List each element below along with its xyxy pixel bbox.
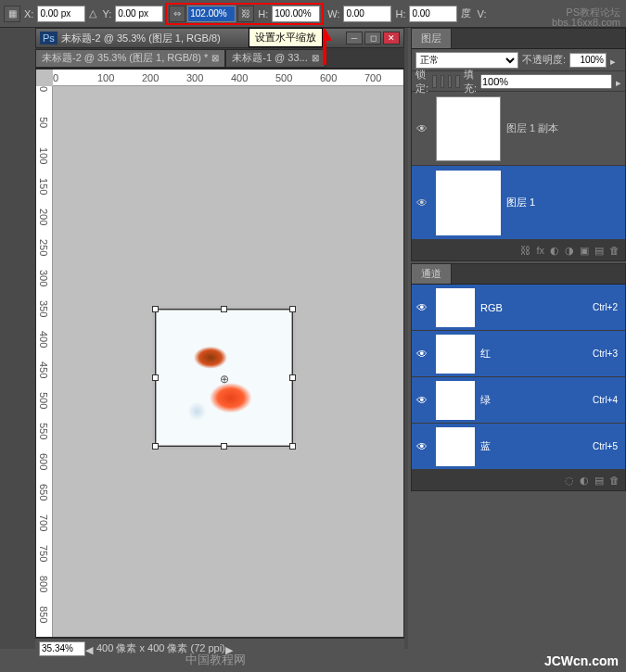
transform-ref-icon[interactable]: ▦	[4, 6, 20, 22]
channels-panel: 通道 👁RGBCtrl+2👁红Ctrl+3👁绿Ctrl+4👁蓝Ctrl+5 ◌ …	[411, 263, 626, 491]
handle-tr[interactable]	[289, 306, 296, 312]
channel-row[interactable]: 👁RGBCtrl+2	[412, 285, 625, 331]
document-titlebar[interactable]: Ps 未标题-2 @ 35.3% (图层 1, RGB/8) ─ ◻ ✕	[35, 28, 404, 48]
document-tabs: 未标题-2 @ 35.3% (图层 1, RGB/8) * ⊠ 未标题-1 @ …	[35, 48, 404, 69]
transform-box[interactable]: ⊕	[155, 309, 293, 447]
layers-footer: ⛓ fx ◐ ◑ ▣ ▤ 🗑	[412, 240, 625, 260]
link-icon[interactable]: ⇔	[169, 6, 185, 22]
visibility-icon[interactable]: 👁	[414, 301, 430, 314]
handle-bl[interactable]	[152, 443, 159, 450]
channels-footer: ◌ ◐ ▤ 🗑	[412, 470, 625, 490]
ruler-vertical[interactable]: 0501001502002503003504004505005506006507…	[36, 86, 53, 637]
layer-row[interactable]: 👁图层 1	[412, 166, 625, 240]
options-bar: ▦ X: △ Y: ⇔ ⛓ H: W: H: 度 V:	[0, 0, 626, 28]
fill-input[interactable]	[480, 74, 612, 89]
layer-name[interactable]: 图层 1	[506, 196, 535, 209]
layer-name[interactable]: 图层 1 副本	[506, 121, 558, 135]
panels: 图层 正常 不透明度: ▸ 锁定: 填充: ▸ 👁图层 1 副本👁图层 1 ⛓ …	[411, 28, 626, 649]
chevron-right-icon[interactable]: ▸	[610, 56, 621, 65]
doc-tab-1[interactable]: 未标题-2 @ 35.3% (图层 1, RGB/8) * ⊠	[35, 49, 225, 68]
save-sel-icon[interactable]: ◐	[580, 475, 589, 487]
channel-thumb[interactable]	[436, 427, 475, 466]
channel-name: 绿	[480, 393, 593, 407]
folder-icon[interactable]: ▣	[580, 245, 589, 257]
layer-thumb[interactable]	[436, 96, 501, 161]
adjust-icon[interactable]: ◑	[565, 245, 574, 257]
y-label: Y:	[102, 8, 111, 19]
lock-paint-icon[interactable]	[441, 75, 444, 88]
channel-name: 红	[480, 347, 593, 361]
canvas-area[interactable]: 0100200300400500600700 05010015020025030…	[35, 69, 404, 638]
channel-row[interactable]: 👁红Ctrl+3	[412, 331, 625, 377]
x-input[interactable]	[37, 6, 85, 22]
close-icon[interactable]: ⊠	[211, 53, 219, 63]
w2-input[interactable]	[343, 6, 391, 22]
new-channel-icon[interactable]: ▤	[594, 475, 604, 487]
opacity-input[interactable]	[569, 53, 607, 68]
ruler-horizontal[interactable]: 0100200300400500600700	[53, 70, 403, 86]
link-layers-icon[interactable]: ⛓	[520, 245, 530, 256]
visibility-icon[interactable]: 👁	[414, 348, 430, 361]
scale-highlight: ⇔ ⛓ H:	[165, 3, 324, 25]
document-title: 未标题-2 @ 35.3% (图层 1, RGB/8)	[61, 32, 221, 45]
opacity-label: 不透明度:	[522, 53, 566, 67]
w2-label: W:	[327, 8, 339, 19]
channel-list: 👁RGBCtrl+2👁红Ctrl+3👁绿Ctrl+4👁蓝Ctrl+5	[412, 285, 625, 470]
lock-trans-icon[interactable]	[432, 75, 436, 88]
channel-row[interactable]: 👁绿Ctrl+4	[412, 377, 625, 424]
load-sel-icon[interactable]: ◌	[565, 475, 574, 487]
channel-thumb[interactable]	[436, 335, 475, 374]
y-input[interactable]	[115, 6, 163, 22]
delta-label: △	[89, 7, 96, 19]
h2-label: H:	[395, 8, 405, 19]
canvas[interactable]: ⊕	[157, 311, 291, 445]
chevron-left-icon[interactable]: ◀	[85, 644, 96, 653]
layer-thumb[interactable]	[436, 171, 501, 235]
transform-center[interactable]: ⊕	[219, 373, 230, 384]
fill-label: 填充:	[464, 68, 477, 95]
close-button[interactable]: ✕	[383, 32, 400, 44]
handle-tl[interactable]	[152, 306, 159, 312]
visibility-icon[interactable]: 👁	[414, 394, 430, 407]
zoom-input[interactable]	[39, 641, 85, 656]
width-scale-input[interactable]	[187, 6, 236, 22]
minimize-button[interactable]: ─	[346, 32, 363, 44]
channel-shortcut: Ctrl+3	[593, 349, 618, 359]
handle-b[interactable]	[221, 443, 227, 450]
deg-label: 度	[461, 6, 471, 20]
handle-t[interactable]	[221, 306, 227, 312]
fx-icon[interactable]: fx	[536, 245, 544, 256]
layers-panel: 图层 正常 不透明度: ▸ 锁定: 填充: ▸ 👁图层 1 副本👁图层 1 ⛓ …	[411, 28, 626, 261]
maximize-button[interactable]: ◻	[364, 32, 381, 44]
channel-row[interactable]: 👁蓝Ctrl+5	[412, 424, 625, 470]
trash-icon[interactable]: 🗑	[609, 245, 620, 256]
trash-icon[interactable]: 🗑	[609, 475, 620, 486]
visibility-icon[interactable]: 👁	[414, 197, 430, 209]
height-scale-input[interactable]	[272, 6, 320, 22]
channel-thumb[interactable]	[436, 288, 475, 327]
layers-tab[interactable]: 图层	[412, 29, 452, 48]
channels-tab[interactable]: 通道	[412, 264, 452, 284]
new-layer-icon[interactable]: ▤	[594, 245, 604, 257]
mask-icon[interactable]: ◐	[550, 245, 559, 257]
handle-l[interactable]	[152, 374, 159, 381]
handle-r[interactable]	[289, 374, 296, 381]
channel-name: 蓝	[480, 439, 593, 453]
chevron-right-icon[interactable]: ▸	[616, 77, 621, 86]
doc-tab-2[interactable]: 未标题-1 @ 33... ⊠	[225, 49, 325, 68]
visibility-icon[interactable]: 👁	[414, 440, 430, 453]
h2-input[interactable]	[409, 6, 457, 22]
lock-all-icon[interactable]	[455, 75, 459, 88]
v-label: V:	[477, 8, 486, 19]
handle-br[interactable]	[289, 443, 296, 450]
watermark-brand: JCWcn.com	[544, 653, 619, 668]
ps-icon: Ps	[40, 32, 57, 44]
chain-icon[interactable]: ⛓	[237, 6, 254, 22]
lock-pos-icon[interactable]	[448, 75, 452, 88]
visibility-icon[interactable]: 👁	[414, 122, 430, 135]
channel-shortcut: Ctrl+2	[593, 302, 618, 312]
h-label: H:	[258, 8, 268, 19]
channel-thumb[interactable]	[436, 381, 475, 420]
layer-row[interactable]: 👁图层 1 副本	[412, 92, 625, 166]
blend-mode-select[interactable]: 正常	[415, 52, 518, 69]
